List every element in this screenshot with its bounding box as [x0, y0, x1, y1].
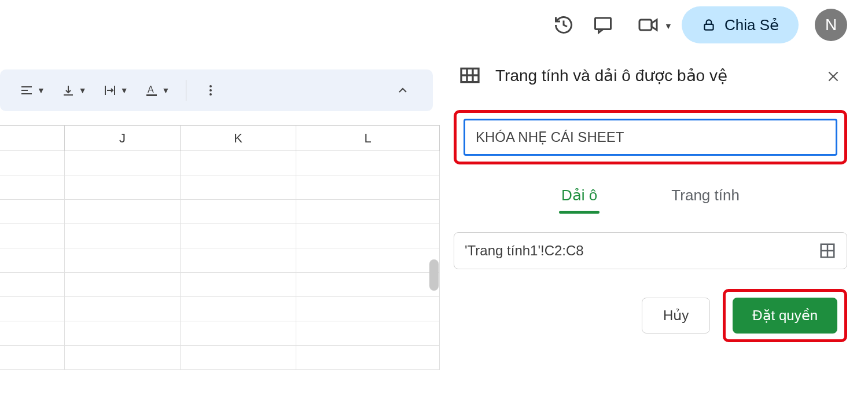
- chevron-down-icon: ▼: [79, 86, 87, 95]
- tab-sheet[interactable]: Trang tính: [669, 182, 742, 213]
- cell[interactable]: [181, 297, 296, 321]
- select-range-icon[interactable]: [819, 242, 836, 259]
- cell[interactable]: [181, 224, 296, 248]
- protect-panel: Trang tính và dải ô được bảo vệ Dải ô Tr…: [454, 58, 847, 342]
- spreadsheet-grid[interactable]: J K L: [0, 125, 440, 370]
- chevron-down-icon: ▼: [37, 86, 45, 95]
- panel-title: Trang tính và dải ô được bảo vệ: [495, 64, 810, 88]
- cell[interactable]: [181, 248, 296, 273]
- cell[interactable]: [296, 200, 440, 224]
- cell[interactable]: [65, 248, 181, 273]
- cell[interactable]: [0, 175, 65, 200]
- panel-header: Trang tính và dải ô được bảo vệ: [454, 58, 847, 110]
- cancel-button[interactable]: Hủy: [642, 298, 710, 334]
- cell[interactable]: [0, 248, 65, 273]
- cell[interactable]: [0, 297, 65, 321]
- grid-rows: [0, 151, 440, 370]
- description-highlight: [454, 110, 847, 164]
- table-row: [0, 248, 440, 273]
- sheets-grid-icon: [458, 64, 481, 87]
- text-wrap-button[interactable]: ▼: [97, 82, 133, 98]
- align-left-icon: [19, 82, 35, 98]
- cell[interactable]: [296, 224, 440, 248]
- table-row: [0, 321, 440, 346]
- svg-point-12: [209, 85, 212, 87]
- cell[interactable]: [65, 224, 181, 248]
- cell[interactable]: [296, 248, 440, 273]
- text-color-icon: A: [144, 82, 160, 98]
- column-header[interactable]: L: [296, 126, 440, 151]
- table-row: [0, 346, 440, 370]
- svg-rect-11: [146, 94, 157, 96]
- chevron-up-icon: [396, 83, 410, 97]
- cell[interactable]: [296, 151, 440, 175]
- cell[interactable]: [65, 273, 181, 297]
- cell[interactable]: [0, 224, 65, 248]
- cell[interactable]: [0, 273, 65, 297]
- avatar-initial: N: [825, 16, 837, 34]
- range-value: 'Trang tính1'!C2:C8: [465, 243, 584, 259]
- svg-text:A: A: [148, 85, 154, 94]
- svg-rect-0: [595, 18, 610, 30]
- table-row: [0, 273, 440, 297]
- cell[interactable]: [296, 273, 440, 297]
- close-icon: [826, 69, 841, 84]
- cell[interactable]: [296, 346, 440, 370]
- more-tools-button[interactable]: [198, 82, 223, 98]
- table-row: [0, 151, 440, 175]
- range-input[interactable]: 'Trang tính1'!C2:C8: [454, 232, 847, 269]
- cell[interactable]: [0, 346, 65, 370]
- cell[interactable]: [296, 175, 440, 200]
- cell[interactable]: [65, 297, 181, 321]
- cell[interactable]: [65, 346, 181, 370]
- cell[interactable]: [65, 200, 181, 224]
- align-vertical-button[interactable]: ▼: [56, 82, 91, 98]
- svg-rect-1: [639, 20, 652, 30]
- scrollbar-thumb[interactable]: [429, 259, 439, 291]
- format-toolbar: ▼ ▼ ▼ A ▼: [0, 69, 433, 111]
- history-icon[interactable]: [552, 13, 575, 36]
- svg-point-13: [209, 89, 212, 91]
- cell[interactable]: [181, 151, 296, 175]
- cell[interactable]: [181, 200, 296, 224]
- cell[interactable]: [65, 321, 181, 346]
- cell[interactable]: [296, 321, 440, 346]
- close-panel-button[interactable]: [824, 67, 843, 86]
- chevron-down-icon: ▼: [664, 21, 672, 31]
- spreadsheet-region: ▼ ▼ ▼ A ▼ J K L: [0, 69, 440, 370]
- align-bottom-icon: [60, 82, 76, 98]
- comments-icon[interactable]: [591, 13, 615, 36]
- cell[interactable]: [181, 321, 296, 346]
- column-header[interactable]: J: [65, 126, 181, 151]
- description-input[interactable]: [464, 119, 837, 156]
- share-label: Chia Sẻ: [724, 16, 779, 34]
- chevron-down-icon: ▼: [120, 86, 128, 95]
- cell[interactable]: [65, 151, 181, 175]
- share-button[interactable]: Chia Sẻ: [682, 6, 799, 43]
- primary-highlight: Đặt quyền: [723, 289, 847, 342]
- set-permissions-button[interactable]: Đặt quyền: [733, 298, 837, 334]
- account-avatar[interactable]: N: [815, 9, 847, 41]
- lock-icon: [701, 17, 716, 32]
- column-headers: J K L: [0, 126, 440, 151]
- meet-button[interactable]: ▼: [631, 13, 665, 36]
- svg-rect-3: [704, 24, 713, 30]
- collapse-toolbar-button[interactable]: [396, 83, 419, 97]
- cell[interactable]: [65, 175, 181, 200]
- column-header[interactable]: [0, 126, 65, 151]
- cell[interactable]: [181, 273, 296, 297]
- table-row: [0, 175, 440, 200]
- cell[interactable]: [0, 321, 65, 346]
- text-color-button[interactable]: A ▼: [139, 82, 175, 98]
- wrap-icon: [102, 82, 118, 98]
- column-header[interactable]: K: [181, 126, 296, 151]
- cell[interactable]: [296, 297, 440, 321]
- cell[interactable]: [181, 175, 296, 200]
- table-row: [0, 200, 440, 224]
- cell[interactable]: [0, 200, 65, 224]
- cell[interactable]: [181, 346, 296, 370]
- tab-range[interactable]: Dải ô: [559, 182, 599, 213]
- cell[interactable]: [0, 151, 65, 175]
- align-horizontal-button[interactable]: ▼: [14, 82, 50, 98]
- more-vertical-icon: [203, 82, 219, 98]
